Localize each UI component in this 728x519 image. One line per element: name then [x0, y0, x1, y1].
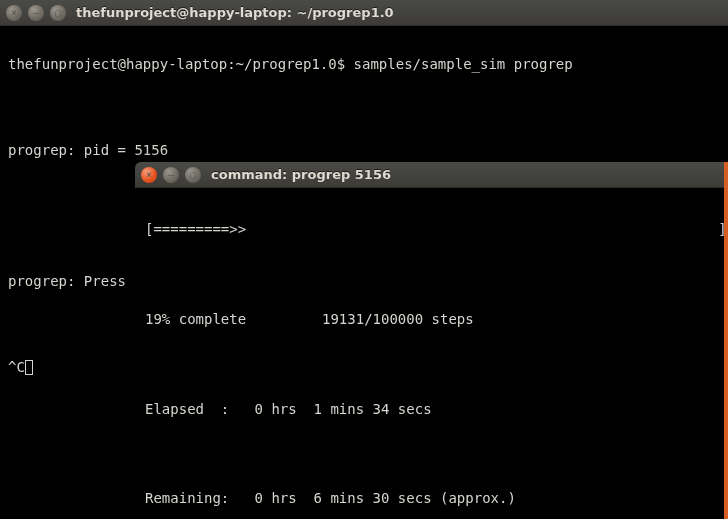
- scrollbar[interactable]: [724, 162, 728, 519]
- progress-output: [=========>> ] 19% complete 19131/100000…: [135, 188, 728, 519]
- progress-bar: [=========>> ]: [145, 218, 718, 240]
- percent-line: 19% complete 19131/100000 steps: [145, 308, 718, 330]
- maximize-icon[interactable]: ▢: [50, 5, 66, 21]
- elapsed-line: Elapsed : 0 hrs 1 mins 34 secs: [145, 398, 718, 420]
- sub-window-title: command: progrep 5156: [211, 167, 391, 182]
- pid-line: progrep: pid = 5156: [8, 140, 720, 162]
- main-window-title: thefunproject@happy-laptop: ~/progrep1.0: [76, 5, 394, 20]
- minimize-icon[interactable]: –: [28, 5, 44, 21]
- sub-maximize-icon[interactable]: ▢: [185, 167, 201, 183]
- progress-window: × – ▢ command: progrep 5156 [=========>>…: [135, 162, 728, 519]
- main-titlebar: × – ▢ thefunproject@happy-laptop: ~/prog…: [0, 0, 728, 26]
- cursor-icon: [25, 360, 33, 375]
- sub-close-icon[interactable]: ×: [141, 167, 157, 183]
- prompt-line: thefunproject@happy-laptop:~/progrep1.0$…: [8, 54, 720, 76]
- remaining-line: Remaining: 0 hrs 6 mins 30 secs (approx.…: [145, 487, 718, 509]
- close-icon[interactable]: ×: [6, 5, 22, 21]
- sub-minimize-icon[interactable]: –: [163, 167, 179, 183]
- sub-titlebar: × – ▢ command: progrep 5156: [135, 162, 728, 188]
